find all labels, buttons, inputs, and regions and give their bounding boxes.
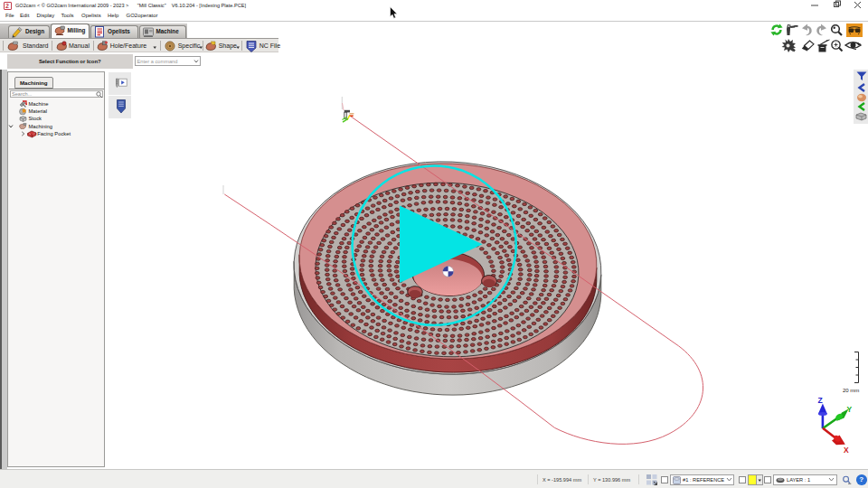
svg-text:X: X [844, 446, 849, 455]
svg-text:Y: Y [847, 405, 853, 414]
svg-text:Z: Z [818, 396, 823, 405]
svg-text:20 mm: 20 mm [843, 388, 859, 393]
